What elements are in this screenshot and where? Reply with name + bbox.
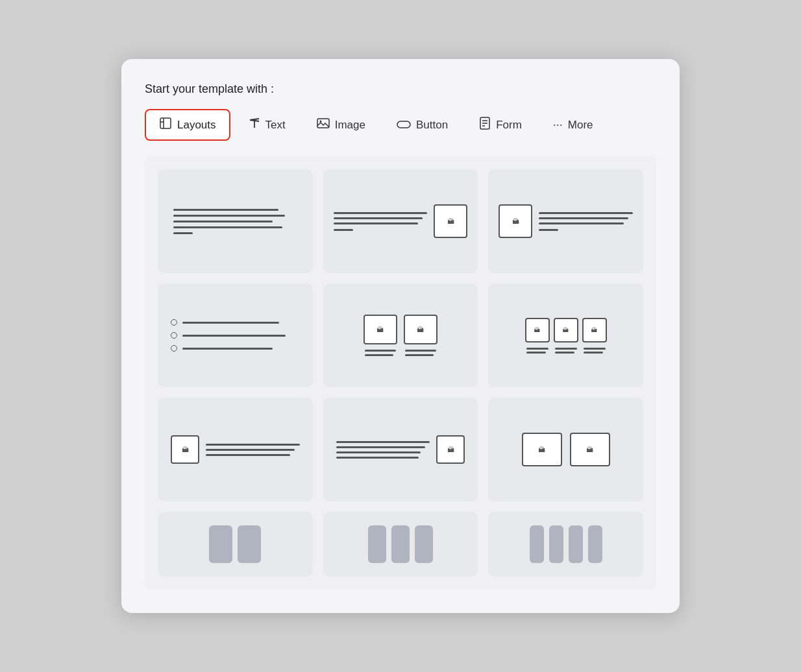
col-bar	[588, 525, 602, 563]
img-col: 🏔	[364, 315, 397, 356]
preview-img: 🏔	[436, 435, 465, 464]
preview-line	[555, 348, 577, 350]
svg-point-7	[319, 121, 321, 123]
svg-rect-6	[317, 119, 329, 128]
preview-line	[336, 441, 430, 443]
tab-image-label: Image	[335, 119, 365, 132]
preview-line	[539, 222, 623, 224]
preview-line	[173, 215, 285, 217]
image-icon	[317, 117, 330, 132]
col-option-4[interactable]	[488, 512, 643, 577]
preview-line	[334, 217, 423, 219]
list-bullet	[171, 345, 177, 352]
text-col	[336, 441, 430, 459]
svg-rect-8	[397, 121, 410, 128]
preview-img: 🏔	[570, 433, 610, 466]
img-text	[365, 350, 396, 356]
preview-img: 🏔	[434, 204, 467, 238]
img-col: 🏔	[554, 318, 578, 354]
text-col	[206, 444, 300, 456]
list-row	[171, 319, 300, 326]
layout-card-two-img[interactable]: 🏔 🏔	[323, 283, 478, 387]
column-options-row	[158, 512, 643, 577]
preview-img-icon: 🏔	[512, 217, 519, 225]
preview-img-icon: 🏔	[534, 327, 540, 333]
preview-line	[182, 348, 273, 350]
tab-image[interactable]: Image	[304, 111, 378, 139]
img-text	[555, 348, 577, 354]
col-bar	[569, 525, 583, 563]
list-row	[171, 332, 300, 339]
layout-card-three-img[interactable]: 🏔 🏔	[488, 283, 643, 387]
preview-line	[336, 457, 419, 459]
layout-preview	[158, 283, 313, 387]
img-text	[584, 348, 606, 354]
tab-button[interactable]: Button	[384, 112, 461, 138]
svg-line-5	[250, 120, 259, 121]
col-bar	[530, 525, 544, 563]
layout-card-sm-img-text[interactable]: 🏔	[158, 398, 313, 501]
tab-layouts-label: Layouts	[177, 119, 216, 132]
img-col: 🏔	[404, 315, 437, 356]
tab-layouts[interactable]: Layouts	[145, 109, 230, 141]
col-option-3[interactable]	[323, 512, 478, 577]
text-col	[539, 212, 633, 231]
preview-line	[526, 352, 546, 354]
panel-title: Start your template with :	[145, 82, 656, 96]
preview-line	[334, 212, 428, 214]
preview-line	[405, 350, 436, 352]
col-option-2[interactable]	[158, 512, 313, 577]
list-row	[171, 345, 300, 352]
col-bar	[549, 525, 563, 563]
layout-card-text-img-right[interactable]: 🏔	[323, 169, 478, 273]
preview-img: 🏔	[522, 433, 562, 466]
button-icon	[397, 118, 411, 132]
preview-img: 🏔	[404, 315, 437, 344]
col-bar	[391, 525, 410, 563]
layout-inner: 🏔	[158, 422, 313, 477]
img-text	[405, 350, 436, 356]
preview-line	[173, 209, 278, 211]
tab-text-label: Text	[265, 119, 286, 132]
layout-inner: 🏔 🏔	[488, 420, 643, 479]
preview-img-icon: 🏔	[591, 327, 597, 333]
tab-more[interactable]: ··· More	[540, 112, 606, 138]
tab-form[interactable]: Form	[466, 110, 535, 139]
preview-line	[539, 217, 628, 219]
preview-line	[206, 449, 295, 451]
tab-more-label: More	[568, 119, 593, 132]
layout-card-two-img-wide[interactable]: 🏔 🏔	[488, 398, 643, 501]
form-icon	[479, 117, 491, 133]
preview-img-icon: 🏔	[376, 326, 384, 333]
layout-card-text-sm-img[interactable]: 🏔	[323, 398, 478, 501]
layout-preview	[158, 169, 313, 273]
col-bar	[238, 525, 261, 563]
preview-img: 🏔	[554, 318, 578, 342]
preview-img: 🏔	[582, 318, 607, 342]
layout-inner: 🏔 🏔	[488, 310, 643, 361]
layout-inner: 🏔 🏔	[323, 304, 478, 366]
tab-text[interactable]: Text	[236, 110, 299, 139]
layout-card-list[interactable]	[158, 283, 313, 387]
preview-line-short	[173, 232, 193, 234]
preview-line-short	[539, 229, 558, 231]
layout-icon	[159, 117, 172, 133]
preview-line	[182, 322, 279, 324]
text-col	[334, 212, 428, 231]
preview-line	[526, 348, 548, 350]
preview-img-icon: 🏔	[447, 217, 454, 225]
col-bar	[415, 525, 433, 563]
preview-img-icon: 🏔	[417, 326, 424, 333]
layout-card-img-text-left[interactable]: 🏔	[488, 169, 643, 273]
preview-line	[405, 354, 434, 356]
preview-line	[365, 354, 393, 356]
svg-rect-0	[160, 118, 171, 128]
preview-img: 🏔	[525, 318, 550, 342]
list-bullet	[171, 332, 177, 339]
preview-line	[173, 226, 282, 228]
preview-img-icon: 🏔	[563, 327, 569, 333]
preview-line	[334, 222, 418, 224]
tab-button-label: Button	[416, 119, 448, 132]
layout-card-text-only[interactable]	[158, 169, 313, 273]
preview-img-icon: 🏔	[447, 446, 454, 453]
